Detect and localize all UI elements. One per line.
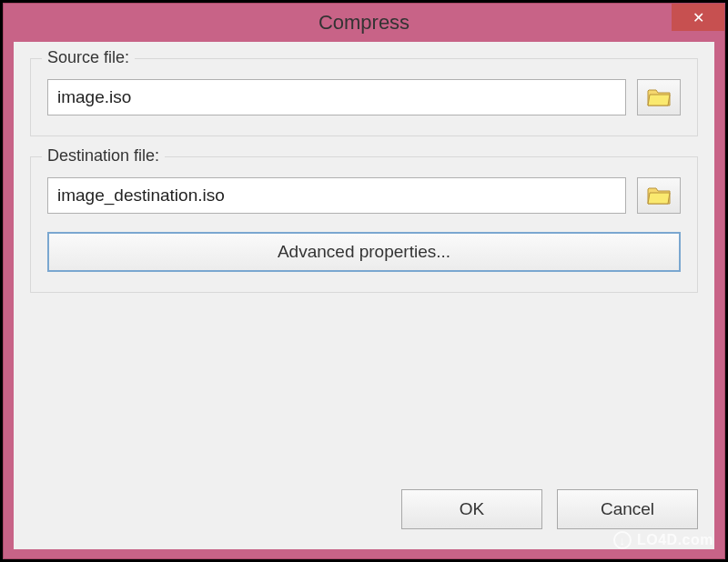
destination-file-label: Destination file: bbox=[42, 146, 165, 166]
close-icon: ✕ bbox=[693, 9, 704, 26]
source-file-input[interactable] bbox=[47, 79, 626, 115]
advanced-properties-button[interactable]: Advanced properties... bbox=[47, 232, 681, 272]
destination-browse-button[interactable] bbox=[637, 177, 681, 214]
source-file-label: Source file: bbox=[42, 48, 135, 67]
cancel-button[interactable]: Cancel bbox=[557, 489, 698, 529]
window-title: Compress bbox=[318, 11, 410, 35]
titlebar[interactable]: Compress ✕ bbox=[4, 4, 724, 42]
dialog-button-row: OK Cancel bbox=[401, 489, 698, 529]
source-file-group: Source file: bbox=[30, 58, 698, 136]
folder-icon bbox=[647, 186, 671, 206]
ok-button[interactable]: OK bbox=[401, 489, 542, 529]
destination-file-input[interactable] bbox=[47, 177, 626, 214]
folder-icon bbox=[647, 87, 671, 107]
close-button[interactable]: ✕ bbox=[672, 4, 724, 31]
compress-dialog: Compress ✕ Source file: bbox=[3, 3, 725, 559]
dialog-body: Source file: Destination file: bbox=[14, 42, 714, 549]
destination-file-group: Destination file: Advanced properties... bbox=[30, 156, 698, 293]
source-browse-button[interactable] bbox=[637, 79, 681, 115]
